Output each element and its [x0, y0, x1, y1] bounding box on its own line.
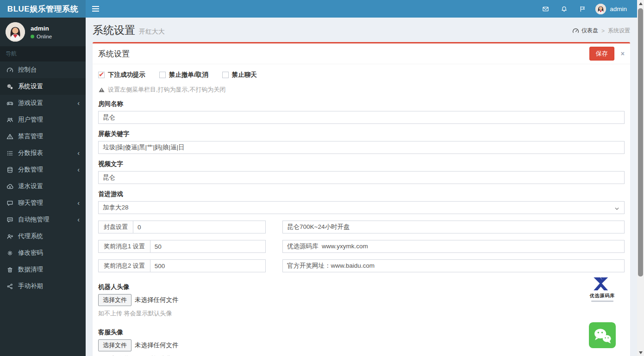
- database-icon: [6, 166, 14, 173]
- sidebar-item-chat-management[interactable]: 聊天管理‹: [0, 195, 86, 211]
- gear-icon: [6, 249, 14, 257]
- user-plus-icon: [6, 233, 14, 240]
- sidebar: admin Online 导航 控制台 系统设置 游戏设置‹ 用户管理 禁言管理…: [0, 18, 86, 356]
- system-settings-card: 系统设置 保存 × 下注成功提示 禁止撤单/取消 禁止聊天 设置左侧菜单栏目,打…: [93, 42, 630, 356]
- chevron-left-icon: ‹: [77, 149, 80, 157]
- checkbox-checked-icon[interactable]: [98, 72, 105, 78]
- sidebar-item-score-management[interactable]: 分数管理‹: [0, 161, 86, 178]
- chevron-down-icon: [613, 204, 620, 216]
- room-name-label: 房间名称: [98, 100, 625, 108]
- yx-logo-text: 优选源码库: [588, 293, 616, 299]
- chevron-left-icon: ‹: [77, 99, 80, 107]
- pre-msg1-addon: 奖前消息1 设置: [98, 240, 150, 253]
- yx-logo-icon: [591, 285, 613, 292]
- navbar-user-menu[interactable]: admin: [592, 4, 631, 14]
- source-note-input[interactable]: [282, 240, 625, 253]
- gauge-icon: [6, 66, 14, 74]
- comment-icon: [6, 199, 14, 207]
- seal-setting-input[interactable]: [133, 221, 266, 233]
- sidebar-item-score-report[interactable]: 分数报表‹: [0, 145, 86, 161]
- robot-avatar-note: 如不上传 将会显示默认头像: [98, 309, 588, 318]
- page-title: 系统设置开红大大: [93, 23, 165, 37]
- sidebar-item-user-management[interactable]: 用户管理: [0, 111, 86, 128]
- commenting-icon: [6, 216, 14, 223]
- user-status: Online: [31, 34, 52, 39]
- block-keywords-input[interactable]: [98, 141, 625, 154]
- flag-icon[interactable]: [573, 0, 592, 18]
- room-name-input[interactable]: [98, 111, 625, 124]
- checkbox-unchecked-icon[interactable]: [159, 72, 166, 78]
- gauge-icon: [572, 27, 580, 35]
- checkbox-forbid-chat[interactable]: 禁止聊天: [222, 71, 257, 79]
- breadcrumb: 仪表盘 > 系统设置: [572, 27, 630, 35]
- user-name: admin: [31, 25, 52, 32]
- messages-icon[interactable]: [536, 0, 555, 18]
- checkbox-unchecked-icon[interactable]: [222, 72, 229, 78]
- scroll-up-arrow[interactable]: [637, 0, 644, 7]
- breadcrumb-home[interactable]: 仪表盘: [572, 27, 598, 35]
- share-nodes-icon: [6, 282, 14, 290]
- gamepad-icon: [6, 99, 14, 107]
- robot-avatar-file-button[interactable]: 选择文件: [98, 294, 131, 306]
- pre-msg1-input[interactable]: [150, 240, 266, 253]
- video-text-input[interactable]: [98, 171, 625, 184]
- navbar-avatar: [595, 4, 606, 14]
- checkbox-bet-success-tip[interactable]: 下注成功提示: [98, 71, 145, 79]
- robot-avatar-block: 机器人头像 选择文件 未选择任何文件 如不上传 将会显示默认头像 优选源码库: [98, 277, 625, 318]
- open-note-input[interactable]: [282, 221, 625, 233]
- breadcrumb-separator: >: [601, 28, 605, 34]
- robot-default-avatar-logo: 优选源码库: [588, 277, 616, 302]
- sidebar-item-data-cleanup[interactable]: 数据清理: [0, 261, 86, 278]
- official-note-input[interactable]: [282, 259, 625, 272]
- robot-avatar-label: 机器人头像: [98, 283, 588, 291]
- pre-msg2-addon: 奖前消息2 设置: [98, 259, 150, 272]
- navbar-username: admin: [610, 6, 627, 12]
- warning-icon: [98, 86, 105, 93]
- robot-avatar-file-status: 未选择任何文件: [135, 296, 179, 304]
- service-avatar-file-status: 未选择任何文件: [135, 341, 179, 350]
- pre-msg2-group: 奖前消息2 设置: [98, 259, 266, 272]
- service-avatar-label: 客服头像: [98, 328, 588, 337]
- sidebar-item-mute-management[interactable]: 禁言管理: [0, 128, 86, 145]
- cloud-download-icon: [6, 183, 14, 190]
- yx-logo-subtext: [591, 301, 613, 302]
- breadcrumb-current: 系统设置: [608, 27, 630, 35]
- window-scrollbar[interactable]: [637, 0, 644, 356]
- checkbox-forbid-cancel[interactable]: 禁止撤单/取消: [159, 71, 208, 79]
- service-avatar-file-button[interactable]: 选择文件: [98, 339, 131, 351]
- video-text-label: 视频文字: [98, 160, 625, 168]
- checkbox-row: 下注成功提示 禁止撤单/取消 禁止聊天: [98, 71, 625, 79]
- sidebar-item-system-settings[interactable]: 系统设置: [0, 78, 86, 95]
- scroll-down-arrow[interactable]: [637, 349, 644, 356]
- user-panel: admin Online: [0, 18, 86, 46]
- warning-icon: [6, 133, 14, 140]
- sidebar-item-auto-bot-management[interactable]: 自动拖管理‹: [0, 211, 86, 228]
- save-button[interactable]: 保存: [589, 47, 614, 61]
- collapse-icon[interactable]: ×: [621, 50, 625, 57]
- first-game-label: 首进游戏: [98, 190, 625, 198]
- sidebar-toggle[interactable]: [86, 0, 105, 18]
- wechat-icon: [588, 322, 616, 349]
- seal-setting-addon: 封盘设置: [98, 221, 133, 233]
- online-dot: [31, 35, 34, 38]
- sidebar-item-change-password[interactable]: 修改密码: [0, 245, 86, 261]
- list-icon: [6, 149, 14, 157]
- sidebar-item-agent-system[interactable]: 代理系统: [0, 228, 86, 245]
- page-subtitle: 开红大大: [139, 28, 165, 35]
- sidebar-item-manual-reissue[interactable]: 手动补期: [0, 278, 86, 295]
- user-avatar: [6, 22, 25, 42]
- pre-msg2-input[interactable]: [150, 259, 266, 272]
- notifications-icon[interactable]: [555, 0, 573, 18]
- pre-msg1-group: 奖前消息1 设置: [98, 240, 266, 253]
- scrollbar-thumb[interactable]: [638, 8, 643, 276]
- sidebar-section-label: 导航: [0, 46, 86, 61]
- sidebar-item-dashboard[interactable]: 控制台: [0, 61, 86, 78]
- sidebar-menu: 控制台 系统设置 游戏设置‹ 用户管理 禁言管理 分数报表‹ 分数管理‹ 退水设…: [0, 61, 86, 295]
- first-game-select[interactable]: 加拿大28: [98, 201, 625, 214]
- sidebar-item-rebate-settings[interactable]: 退水设置: [0, 178, 86, 195]
- main-content: 系统设置开红大大 仪表盘 > 系统设置 系统设置 保存 × 下注成功提示 禁止撤…: [86, 18, 637, 356]
- brand-logo[interactable]: BLUE娱乐管理系统: [0, 0, 86, 18]
- card-title: 系统设置: [98, 49, 130, 59]
- sidebar-item-game-settings[interactable]: 游戏设置‹: [0, 95, 86, 111]
- block-keywords-label: 屏蔽关键字: [98, 130, 625, 138]
